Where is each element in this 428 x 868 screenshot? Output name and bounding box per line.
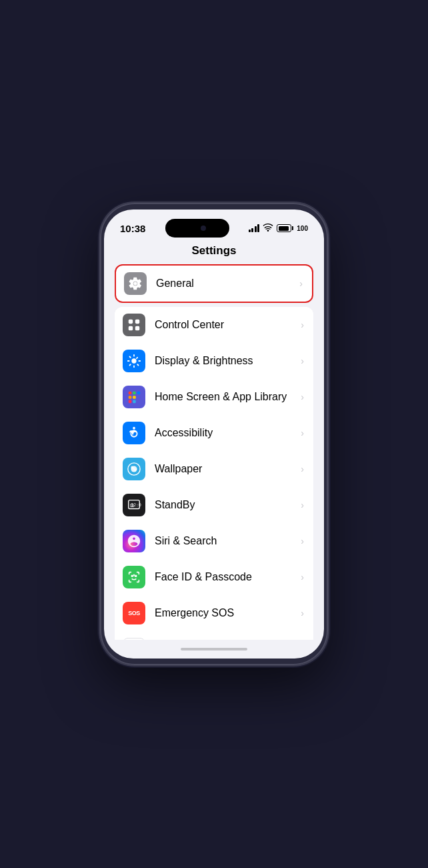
- settings-scroll[interactable]: General ›: [104, 264, 324, 640]
- home-bar: [181, 648, 247, 650]
- wallpaper-chevron: ›: [301, 464, 304, 474]
- control-center-label: Control Center: [155, 319, 301, 331]
- svg-point-16: [131, 466, 133, 468]
- siri-label: Siri & Search: [155, 535, 301, 547]
- svg-text:12:0: 12:0: [131, 502, 141, 508]
- settings-item-siri[interactable]: Siri & Search ›: [115, 523, 313, 559]
- settings-item-standby[interactable]: ⊡ 12:0 StandBy ›: [115, 487, 313, 523]
- emergency-sos-icon: SOS: [123, 602, 145, 624]
- settings-item-exposure[interactable]: Exposure Notifications ›: [115, 631, 313, 640]
- battery-icon: [277, 224, 293, 232]
- dynamic-island: [165, 219, 229, 238]
- svg-point-5: [131, 358, 136, 363]
- emergency-sos-chevron: ›: [301, 608, 304, 618]
- battery-label: 100: [297, 225, 308, 232]
- emergency-sos-label: Emergency SOS: [155, 607, 301, 619]
- general-chevron: ›: [299, 278, 303, 289]
- page-title: Settings: [104, 242, 324, 264]
- wifi-icon: [263, 224, 273, 234]
- status-time: 10:38: [120, 223, 145, 234]
- display-icon: [123, 350, 145, 372]
- standby-icon: ⊡ 12:0: [123, 494, 145, 516]
- settings-item-emergency-sos[interactable]: SOS Emergency SOS ›: [115, 595, 313, 631]
- svg-rect-8: [137, 392, 141, 395]
- faceid-icon: [123, 566, 145, 588]
- svg-rect-2: [135, 320, 139, 324]
- settings-item-display[interactable]: Display & Brightness ›: [115, 343, 313, 379]
- accessibility-chevron: ›: [301, 428, 304, 438]
- settings-item-control-center[interactable]: Control Center ›: [115, 307, 313, 343]
- display-chevron: ›: [301, 356, 304, 366]
- accessibility-icon: [123, 422, 145, 444]
- siri-icon: [123, 530, 145, 552]
- settings-item-faceid[interactable]: Face ID & Passcode ›: [115, 559, 313, 595]
- dynamic-island-camera: [201, 226, 206, 231]
- phone-screen: 10:38: [104, 209, 324, 659]
- exposure-icon: [123, 638, 145, 640]
- status-bar: 10:38: [104, 209, 324, 242]
- svg-point-21: [135, 575, 137, 576]
- svg-rect-10: [133, 396, 136, 399]
- siri-chevron: ›: [301, 536, 304, 546]
- display-label: Display & Brightness: [155, 355, 301, 367]
- svg-rect-1: [129, 320, 133, 324]
- home-screen-label: Home Screen & App Library: [155, 391, 301, 403]
- svg-point-20: [131, 575, 133, 576]
- control-center-icon: [123, 314, 145, 336]
- svg-point-0: [133, 282, 137, 286]
- standby-label: StandBy: [155, 499, 301, 511]
- settings-item-wallpaper[interactable]: Wallpaper ›: [115, 451, 313, 487]
- svg-rect-13: [133, 400, 136, 404]
- svg-rect-11: [137, 396, 141, 399]
- faceid-label: Face ID & Passcode: [155, 571, 301, 583]
- control-center-chevron: ›: [301, 320, 304, 330]
- standby-chevron: ›: [301, 500, 304, 510]
- home-screen-chevron: ›: [301, 392, 304, 402]
- settings-item-home-screen[interactable]: Home Screen & App Library ›: [115, 379, 313, 415]
- svg-point-14: [133, 427, 135, 430]
- accessibility-label: Accessibility: [155, 427, 301, 439]
- svg-rect-3: [129, 326, 133, 330]
- svg-rect-12: [129, 400, 132, 404]
- wallpaper-icon: [123, 458, 145, 480]
- general-label: General: [156, 278, 299, 290]
- svg-rect-9: [129, 396, 132, 399]
- home-indicator: [104, 640, 324, 659]
- faceid-chevron: ›: [301, 572, 304, 582]
- signal-icon: [249, 224, 260, 232]
- status-icons: 100: [249, 224, 308, 234]
- settings-item-general[interactable]: General ›: [115, 264, 313, 303]
- home-screen-icon: [123, 386, 145, 408]
- svg-rect-4: [135, 326, 139, 330]
- settings-item-accessibility[interactable]: Accessibility ›: [115, 415, 313, 451]
- svg-rect-6: [129, 392, 132, 395]
- phone-frame: 10:38: [100, 203, 328, 665]
- wallpaper-label: Wallpaper: [155, 463, 301, 475]
- general-icon: [124, 272, 147, 295]
- svg-rect-7: [133, 392, 136, 395]
